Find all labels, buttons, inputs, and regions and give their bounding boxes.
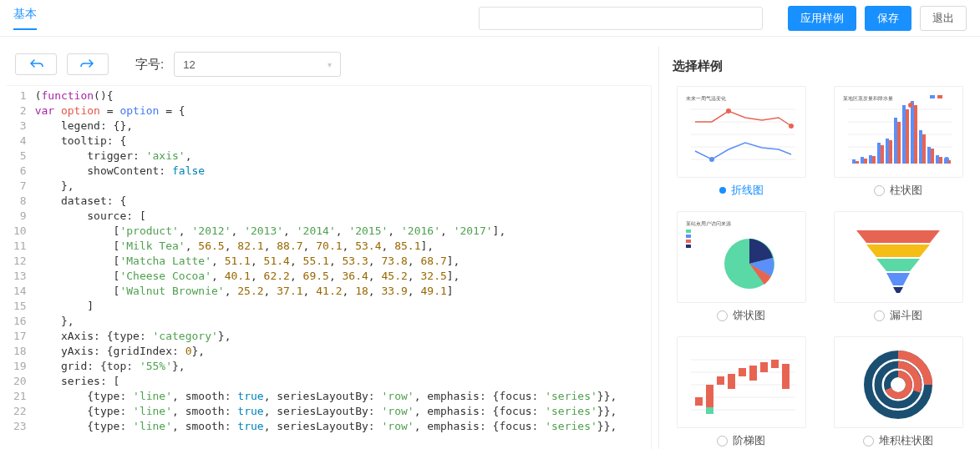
svg-rect-62 (728, 374, 735, 389)
svg-rect-34 (922, 134, 926, 164)
radio-icon[interactable] (874, 310, 885, 321)
svg-rect-33 (919, 130, 922, 164)
svg-marker-51 (876, 259, 920, 271)
sample-panel: 选择样例 未来一周气温变化折线图某地区蒸发量和降水量柱状图某站点用户访问来源饼状… (659, 47, 980, 449)
top-actions: 应用样例 保存 退出 (479, 6, 967, 31)
sample-card[interactable]: 未来一周气温变化折线图 (673, 86, 810, 198)
svg-rect-59 (695, 397, 703, 406)
svg-marker-50 (866, 245, 930, 257)
sample-thumb[interactable]: 某站点用户访问来源 (677, 211, 806, 303)
sample-card[interactable]: 漏斗图 (830, 211, 967, 323)
sample-card[interactable]: 堆积柱状图 (830, 336, 967, 448)
save-button[interactable]: 保存 (865, 6, 911, 31)
sample-caption[interactable]: 折线图 (719, 183, 764, 198)
font-size-label: 字号: (135, 57, 164, 73)
svg-rect-65 (760, 362, 768, 372)
sample-label: 堆积柱状图 (879, 433, 933, 448)
tab-basic[interactable]: 基本 (13, 7, 37, 30)
svg-rect-18 (856, 161, 859, 164)
sample-card[interactable]: 某地区蒸发量和降水量柱状图 (830, 86, 967, 198)
sample-thumb[interactable] (834, 211, 963, 303)
sample-caption[interactable]: 饼状图 (717, 308, 765, 323)
svg-text:某站点用户访问来源: 某站点用户访问来源 (686, 220, 731, 226)
svg-rect-10 (937, 95, 942, 98)
font-size-value: 12 (183, 58, 195, 71)
svg-rect-61 (717, 376, 724, 385)
sample-grid: 未来一周气温变化折线图某地区蒸发量和降水量柱状图某站点用户访问来源饼状图漏斗图阶… (673, 86, 967, 448)
radio-icon[interactable] (874, 185, 885, 196)
svg-text:某地区蒸发量和降水量: 某地区蒸发量和降水量 (843, 96, 893, 101)
svg-rect-23 (877, 143, 881, 164)
svg-point-42 (944, 157, 949, 162)
sample-thumb[interactable]: 未来一周气温变化 (677, 86, 806, 178)
radio-icon[interactable] (719, 187, 726, 194)
sample-label: 阶梯图 (733, 433, 765, 448)
svg-rect-36 (931, 149, 934, 164)
sample-caption[interactable]: 柱状图 (874, 183, 922, 198)
font-size-select[interactable]: 12 ▾ (174, 52, 341, 77)
svg-rect-21 (869, 155, 872, 164)
svg-rect-30 (906, 109, 909, 164)
svg-rect-35 (927, 147, 931, 164)
svg-rect-26 (889, 140, 892, 164)
sample-caption[interactable]: 阶梯图 (717, 433, 765, 448)
svg-rect-19 (861, 157, 864, 164)
svg-rect-31 (911, 101, 914, 164)
topbar: 基本 应用样例 保存 退出 (0, 0, 980, 37)
svg-rect-63 (739, 368, 746, 376)
svg-rect-66 (771, 360, 779, 368)
sample-panel-title: 选择样例 (673, 58, 967, 74)
sample-thumb[interactable]: 某地区蒸发量和降水量 (834, 86, 963, 178)
svg-point-8 (709, 157, 714, 162)
svg-rect-45 (686, 235, 691, 238)
svg-rect-20 (864, 159, 867, 164)
radio-icon[interactable] (717, 310, 728, 321)
svg-point-41 (908, 103, 913, 108)
exit-button[interactable]: 退出 (920, 6, 967, 31)
svg-rect-25 (886, 139, 889, 164)
svg-rect-37 (936, 155, 939, 164)
sample-label: 饼状图 (733, 308, 765, 323)
sample-label: 柱状图 (890, 183, 922, 198)
sample-label: 漏斗图 (890, 308, 922, 323)
sample-caption[interactable]: 漏斗图 (874, 308, 922, 323)
svg-rect-22 (872, 156, 876, 164)
svg-rect-46 (686, 240, 691, 243)
svg-rect-38 (939, 157, 942, 164)
svg-rect-11 (930, 95, 935, 98)
svg-marker-49 (856, 230, 940, 243)
svg-rect-29 (902, 105, 906, 164)
gutter: 1234567891011121314151617181920212223 (7, 86, 35, 449)
code-editor[interactable]: 1234567891011121314151617181920212223 (f… (7, 85, 652, 449)
svg-rect-47 (686, 245, 691, 248)
redo-button[interactable] (67, 53, 109, 75)
sample-label: 折线图 (731, 183, 764, 198)
svg-rect-64 (749, 366, 757, 381)
chevron-down-icon: ▾ (328, 60, 332, 69)
svg-rect-28 (897, 122, 901, 164)
code-source[interactable]: (function(){var option = option = { lege… (35, 86, 651, 449)
sample-thumb[interactable] (677, 336, 806, 428)
svg-point-6 (726, 108, 731, 114)
radio-icon[interactable] (717, 436, 728, 446)
apply-sample-button[interactable]: 应用样例 (788, 6, 856, 31)
svg-marker-52 (886, 273, 910, 285)
svg-rect-67 (782, 364, 790, 389)
radio-icon[interactable] (863, 436, 874, 446)
svg-rect-68 (706, 407, 713, 414)
svg-rect-60 (706, 385, 713, 407)
svg-point-7 (789, 124, 794, 129)
sample-card[interactable]: 某站点用户访问来源饼状图 (673, 211, 810, 323)
svg-rect-44 (686, 230, 691, 233)
svg-rect-32 (914, 105, 917, 164)
sample-card[interactable]: 阶梯图 (673, 336, 810, 448)
svg-rect-17 (852, 159, 856, 164)
svg-rect-27 (894, 118, 897, 164)
search-box[interactable] (479, 7, 763, 30)
undo-button[interactable] (15, 53, 57, 75)
sample-caption[interactable]: 堆积柱状图 (863, 433, 933, 448)
svg-marker-53 (893, 287, 903, 293)
sample-thumb[interactable] (834, 336, 963, 428)
svg-text:未来一周气温变化: 未来一周气温变化 (686, 95, 726, 101)
svg-rect-24 (881, 145, 884, 164)
